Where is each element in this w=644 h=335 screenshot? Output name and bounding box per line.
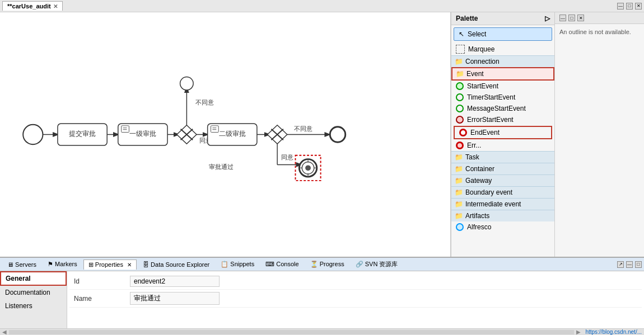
bottom-content: General Documentation Listeners Id endev… xyxy=(0,271,644,328)
message-start-event-item[interactable]: MessageStartEvent xyxy=(451,103,554,114)
console-tab[interactable]: ⌨ Console xyxy=(260,259,304,270)
folder-icon-artifacts: 📁 xyxy=(455,212,463,220)
start-event-label: StartEvent xyxy=(467,82,498,90)
markers-tab[interactable]: ⚑ Markers xyxy=(43,259,82,270)
intermediate-event-label: Intermediate event xyxy=(465,200,521,208)
general-tab-label: General xyxy=(6,275,31,282)
outline-body: An outline is not available. xyxy=(555,24,644,40)
editor-tab[interactable]: **carUse_audit ✕ xyxy=(2,1,63,11)
svg-rect-5 xyxy=(122,126,129,133)
gateway-section[interactable]: 📁 Gateway xyxy=(451,174,554,186)
start-event-item[interactable]: StartEvent xyxy=(451,81,554,92)
boundary-event-section[interactable]: 📁 Boundary event xyxy=(451,186,554,198)
outline-panel: — □ ✕ An outline is not available. xyxy=(554,12,644,257)
progress-icon: ⏳ xyxy=(310,261,318,267)
main-area: 提交审批 一级审批 不同意 xyxy=(0,12,644,257)
id-value[interactable]: endevent2 xyxy=(130,276,220,287)
svn-icon: 🔗 xyxy=(356,261,363,267)
svg-rect-19 xyxy=(211,126,219,133)
progress-tab-label: Progress xyxy=(320,261,344,267)
name-property-row: Name 审批通过 xyxy=(69,290,642,308)
listeners-tab[interactable]: Listeners xyxy=(0,299,67,313)
timer-start-event-item[interactable]: TimerStartEvent xyxy=(451,92,554,103)
end-event-item[interactable]: EndEvent xyxy=(454,126,552,139)
svn-tab[interactable]: 🔗 SVN 资源库 xyxy=(351,258,403,270)
intermediate-event-section[interactable]: 📁 Intermediate event xyxy=(451,198,554,210)
start-event-node xyxy=(23,125,43,144)
marquee-tool[interactable]: Marquee xyxy=(451,43,554,55)
bottom-panel-min-btn[interactable]: — xyxy=(626,261,633,268)
general-tab[interactable]: General xyxy=(0,271,67,286)
error-end-event-item[interactable]: Err... xyxy=(451,140,554,151)
svg-point-37 xyxy=(305,165,311,171)
outline-controls: — □ ✕ xyxy=(559,15,584,21)
outline-close-btn[interactable]: ✕ xyxy=(577,15,584,21)
error-start-event-item[interactable]: ErrorStartEvent xyxy=(451,114,554,125)
bpmn-diagram: 提交审批 一级审批 不同意 xyxy=(0,12,450,257)
snippets-tab[interactable]: 📋 Snippets xyxy=(216,259,259,270)
progress-tab[interactable]: ⏳ Progress xyxy=(305,259,349,270)
datasource-tab[interactable]: 🗄 Data Source Explorer xyxy=(138,259,214,270)
outline-max-btn[interactable]: □ xyxy=(568,15,575,21)
event-section[interactable]: 📁 Event xyxy=(451,67,554,81)
error-end-icon xyxy=(456,141,464,149)
properties-tab[interactable]: ⊞ Properties ✕ xyxy=(83,259,137,270)
name-value[interactable]: 审批通过 xyxy=(130,292,220,305)
end-event-icon xyxy=(459,129,467,136)
marker-icon: ⚑ xyxy=(48,261,53,267)
markers-tab-label: Markers xyxy=(55,261,77,267)
bpmn-canvas-area[interactable]: 提交审批 一级审批 不同意 xyxy=(0,12,451,257)
restore-btn[interactable]: □ xyxy=(626,3,633,10)
boundary-event-label: Boundary event xyxy=(465,188,512,196)
error-end-label: Err... xyxy=(467,141,481,149)
folder-icon-task: 📁 xyxy=(455,153,463,161)
folder-icon-container: 📁 xyxy=(455,165,463,173)
properties-form: Id endevent2 Name 审批通过 xyxy=(67,271,644,328)
palette-title: Palette xyxy=(456,15,478,22)
connection-section[interactable]: 📁 Connection xyxy=(451,55,554,67)
cursor-icon: ↖ xyxy=(459,30,464,38)
task-section[interactable]: 📁 Task xyxy=(451,151,554,163)
svg-text:提交审批: 提交审批 xyxy=(69,130,96,137)
select-tool-btn[interactable]: ↖ Select xyxy=(454,27,552,41)
palette-expand-icon[interactable]: ▷ xyxy=(545,15,550,22)
scroll-handle[interactable] xyxy=(9,330,574,334)
svg-point-29 xyxy=(330,127,345,142)
bottom-panel: 🖥 Servers ⚑ Markers ⊞ Properties ✕ 🗄 Dat… xyxy=(0,257,644,335)
svg-text:一级审批: 一级审批 xyxy=(129,130,156,137)
scroll-right-btn[interactable]: ▶ xyxy=(576,329,581,335)
folder-icon-event: 📁 xyxy=(456,70,464,78)
tab-bar: **carUse_audit ✕ — □ ✕ xyxy=(0,0,644,12)
properties-tab-close[interactable]: ✕ xyxy=(127,262,132,268)
marquee-label: Marquee xyxy=(468,45,494,53)
svg-text:不同意: 不同意 xyxy=(294,125,312,132)
outline-message: An outline is not available. xyxy=(559,29,631,35)
error-start-icon xyxy=(456,116,464,124)
db-icon: 🗄 xyxy=(143,261,149,268)
message-start-icon xyxy=(456,105,464,112)
bottom-scroll-bar[interactable]: ◀ ▶ https://blog.csdn.net/... xyxy=(0,328,644,335)
scroll-left-btn[interactable]: ◀ xyxy=(2,329,7,335)
minimize-btn[interactable]: — xyxy=(617,3,624,10)
property-type-tabs: General Documentation Listeners xyxy=(0,271,67,328)
folder-icon: 📁 xyxy=(455,58,463,65)
container-section[interactable]: 📁 Container xyxy=(451,163,554,174)
console-icon: ⌨ xyxy=(265,261,274,267)
servers-tab[interactable]: 🖥 Servers xyxy=(2,259,41,270)
tab-close-btn[interactable]: ✕ xyxy=(53,3,58,10)
bottom-panel-external-btn[interactable]: ↗ xyxy=(617,261,624,268)
server-icon: 🖥 xyxy=(7,261,13,268)
artifacts-section[interactable]: 📁 Artifacts xyxy=(451,210,554,221)
documentation-tab[interactable]: Documentation xyxy=(0,286,67,299)
bottom-panel-max-btn[interactable]: □ xyxy=(635,261,642,268)
close-btn[interactable]: ✕ xyxy=(635,3,642,10)
tab-title: *carUse_audit xyxy=(10,3,50,10)
snip-icon: 📋 xyxy=(221,261,228,267)
folder-icon-intermediate: 📁 xyxy=(455,200,463,208)
alfresco-icon xyxy=(456,223,464,231)
alfresco-item[interactable]: Alfresco xyxy=(451,221,554,233)
timer-start-icon xyxy=(456,93,464,101)
message-start-label: MessageStartEvent xyxy=(467,105,526,112)
svg-text:二级审批: 二级审批 xyxy=(219,130,246,137)
outline-min-btn[interactable]: — xyxy=(559,15,566,21)
